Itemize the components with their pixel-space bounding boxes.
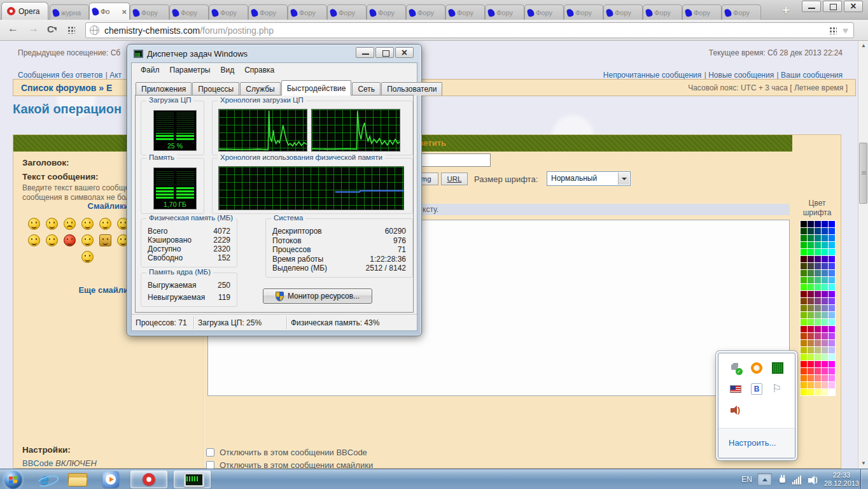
tab-forum[interactable]: Фору (682, 4, 722, 20)
palette-color-swatch[interactable] (808, 389, 814, 395)
palette-color-swatch[interactable] (822, 305, 828, 311)
maximize-button[interactable] (823, 1, 842, 12)
palette-color-swatch[interactable] (822, 242, 828, 248)
active-topics-link[interactable]: Акт (109, 71, 122, 80)
palette-color-swatch[interactable] (808, 291, 814, 297)
palette-color-swatch[interactable] (801, 228, 807, 234)
your-messages-link[interactable]: Ваши сообщения (781, 71, 843, 80)
show-desktop-button[interactable] (860, 469, 868, 489)
palette-color-swatch[interactable] (808, 277, 814, 283)
white-flag-icon[interactable]: ⚐ (772, 383, 783, 395)
palette-color-swatch[interactable] (808, 368, 814, 374)
palette-color-swatch[interactable] (822, 333, 828, 339)
palette-color-swatch[interactable] (829, 382, 835, 388)
taskbar-ie-button[interactable]: e (31, 471, 58, 488)
palette-color-swatch[interactable] (808, 256, 814, 262)
unread-messages-link[interactable]: Непрочитанные сообщения (603, 71, 701, 80)
palette-color-swatch[interactable] (815, 375, 821, 381)
tm-maximize-button[interactable] (375, 47, 394, 58)
palette-color-swatch[interactable] (801, 312, 807, 318)
palette-color-swatch[interactable] (815, 368, 821, 374)
palette-color-swatch[interactable] (801, 221, 807, 227)
palette-color-swatch[interactable] (822, 389, 828, 395)
devil-smiley-icon[interactable] (64, 234, 76, 246)
network-signal-icon[interactable] (792, 474, 802, 485)
tm-tab-2[interactable]: Службы (240, 82, 280, 96)
start-button[interactable] (4, 471, 22, 489)
palette-color-swatch[interactable] (801, 242, 807, 248)
cheer-smiley-icon[interactable] (99, 218, 111, 230)
network-activity-icon[interactable] (772, 362, 783, 374)
tab-forum[interactable]: Фору (722, 4, 761, 20)
palette-color-swatch[interactable] (815, 263, 821, 269)
select-arrow-icon[interactable] (618, 173, 629, 185)
palette-color-swatch[interactable] (815, 305, 821, 311)
tab-forum[interactable]: Фору (445, 4, 485, 20)
language-indicator[interactable]: EN (741, 475, 752, 484)
minimize-button[interactable] (802, 1, 821, 12)
task-manager-window[interactable]: Диспетчер задач Windows ФайлПараметрыВид… (127, 44, 422, 336)
usb-safe-remove-icon[interactable] (730, 362, 741, 374)
palette-color-swatch[interactable] (822, 270, 828, 276)
palette-color-swatch[interactable] (822, 228, 828, 234)
reload-icon[interactable]: C (47, 24, 59, 35)
task-manager-titlebar[interactable]: Диспетчер задач Windows (134, 49, 248, 59)
tm-menu-вид[interactable]: Вид (215, 64, 239, 76)
tm-close-button[interactable] (395, 47, 414, 58)
angry-smiley-icon[interactable] (64, 218, 76, 230)
resource-monitor-button[interactable]: Монитор ресурсов... (263, 288, 372, 304)
tab-forum[interactable]: Фору (288, 4, 327, 20)
palette-color-swatch[interactable] (829, 284, 835, 290)
taskbar-explorer-button[interactable] (64, 471, 91, 488)
wink-smiley-icon[interactable] (81, 251, 94, 263)
tm-menu-параметры[interactable]: Параметры (165, 64, 216, 76)
palette-color-swatch[interactable] (801, 256, 807, 262)
palette-color-swatch[interactable] (829, 333, 835, 339)
palette-color-swatch[interactable] (808, 221, 814, 227)
volume-icon[interactable]: ) (730, 404, 741, 416)
palette-color-swatch[interactable] (829, 249, 835, 255)
palette-color-swatch[interactable] (815, 228, 821, 234)
page-scrollbar[interactable]: ▲ ▼ (858, 41, 868, 469)
volume-tray-icon[interactable]: ) (808, 474, 818, 485)
palette-color-swatch[interactable] (808, 249, 814, 255)
palette-color-swatch[interactable] (822, 368, 828, 374)
palette-color-swatch[interactable] (808, 333, 814, 339)
url-field[interactable]: chemistry-chemists.com /forum/posting.ph… (85, 22, 854, 38)
palette-color-swatch[interactable] (801, 305, 807, 311)
palette-color-swatch[interactable] (829, 319, 835, 325)
tm-tab-4[interactable]: Сеть (352, 82, 381, 96)
palette-color-swatch[interactable] (829, 291, 835, 297)
palette-color-swatch[interactable] (822, 256, 828, 262)
url-bbcode-button[interactable]: URL (441, 173, 468, 185)
palette-color-swatch[interactable] (801, 375, 807, 381)
palette-color-swatch[interactable] (829, 298, 835, 304)
palette-color-swatch[interactable] (829, 361, 835, 367)
checkbox[interactable] (206, 461, 214, 469)
forward-icon[interactable]: → (28, 22, 39, 35)
smile-smiley-icon[interactable] (81, 218, 94, 230)
palette-color-swatch[interactable] (829, 235, 835, 241)
palette-color-swatch[interactable] (808, 354, 814, 360)
show-hidden-icons-button[interactable] (757, 473, 772, 486)
us-flag-icon[interactable] (730, 385, 741, 393)
back-icon[interactable]: ← (8, 22, 18, 35)
tab-forum[interactable]: Фору (485, 4, 524, 20)
point-left-smiley-icon[interactable] (28, 234, 40, 246)
b-badge-icon[interactable]: B (751, 383, 762, 395)
breadcrumb[interactable]: Список форумов » Е (21, 83, 112, 93)
palette-color-swatch[interactable] (801, 249, 807, 255)
palette-color-swatch[interactable] (822, 221, 828, 227)
tab-forum[interactable]: Фору (643, 4, 682, 20)
palette-color-swatch[interactable] (808, 382, 814, 388)
font-size-select[interactable]: Нормальный (547, 171, 631, 186)
palette-color-swatch[interactable] (822, 298, 828, 304)
palette-color-swatch[interactable] (801, 340, 807, 346)
speed-dial-icon[interactable] (67, 26, 75, 34)
palette-color-swatch[interactable] (822, 291, 828, 297)
tab-forum[interactable]: Фору (367, 4, 406, 20)
palette-color-swatch[interactable] (801, 270, 807, 276)
palette-color-swatch[interactable] (815, 242, 821, 248)
palette-color-swatch[interactable] (822, 235, 828, 241)
palette-color-swatch[interactable] (815, 270, 821, 276)
